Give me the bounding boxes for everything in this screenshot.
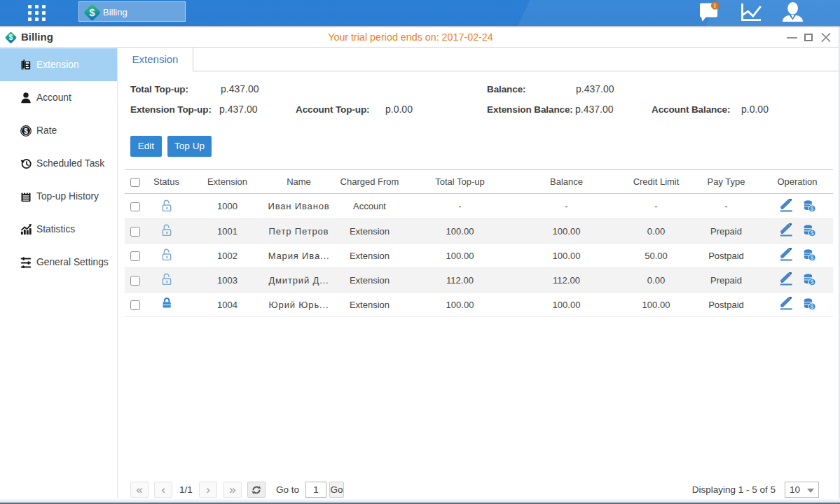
svg-text:$: $: [24, 127, 28, 134]
svg-text:!: !: [714, 2, 716, 9]
svg-text:$: $: [89, 6, 95, 18]
svg-text:$: $: [811, 205, 814, 212]
svg-text:$: $: [811, 303, 814, 310]
svg-text:$: $: [811, 254, 814, 261]
svg-text:$: $: [811, 230, 814, 237]
svg-text:$: $: [811, 279, 814, 286]
